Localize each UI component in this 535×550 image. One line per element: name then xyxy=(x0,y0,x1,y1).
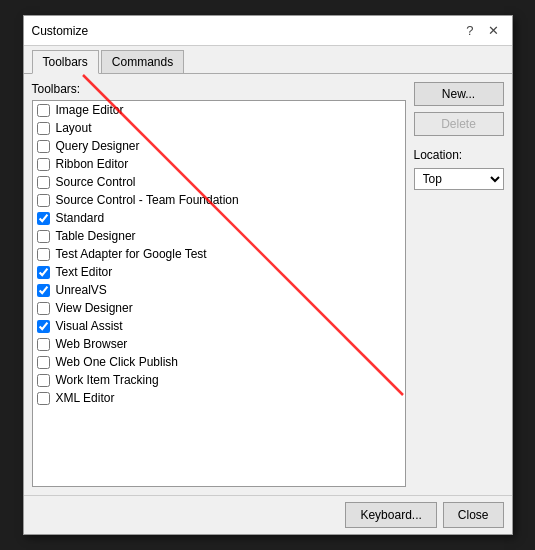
toolbar-item-label: Web One Click Publish xyxy=(56,355,179,369)
toolbar-item-label: Text Editor xyxy=(56,265,113,279)
toolbar-checkbox[interactable] xyxy=(37,392,50,405)
list-item[interactable]: Visual Assist xyxy=(33,317,405,335)
toolbar-list[interactable]: Image EditorLayoutQuery DesignerRibbon E… xyxy=(32,100,406,487)
dialog-footer: Keyboard... Close xyxy=(24,495,512,534)
location-label: Location: xyxy=(414,148,504,162)
toolbar-item-label: Query Designer xyxy=(56,139,140,153)
list-item[interactable]: Image Editor xyxy=(33,101,405,119)
list-item[interactable]: View Designer xyxy=(33,299,405,317)
toolbar-checkbox[interactable] xyxy=(37,194,50,207)
list-item[interactable]: Web Browser xyxy=(33,335,405,353)
toolbar-item-label: Table Designer xyxy=(56,229,136,243)
list-item[interactable]: XML Editor xyxy=(33,389,405,407)
toolbar-item-label: Test Adapter for Google Test xyxy=(56,247,207,261)
toolbar-checkbox[interactable] xyxy=(37,104,50,117)
toolbar-item-label: Standard xyxy=(56,211,105,225)
tab-bar: Toolbars Commands xyxy=(24,46,512,74)
toolbar-item-label: Work Item Tracking xyxy=(56,373,159,387)
right-panel: New... Delete Location: Top Bottom Left … xyxy=(414,82,504,487)
toolbar-checkbox[interactable] xyxy=(37,356,50,369)
toolbar-checkbox[interactable] xyxy=(37,122,50,135)
list-item[interactable]: Query Designer xyxy=(33,137,405,155)
toolbars-label: Toolbars: xyxy=(32,82,406,96)
toolbar-checkbox[interactable] xyxy=(37,374,50,387)
toolbar-item-label: Image Editor xyxy=(56,103,124,117)
toolbar-checkbox[interactable] xyxy=(37,266,50,279)
help-button[interactable]: ? xyxy=(461,22,478,39)
toolbar-item-label: XML Editor xyxy=(56,391,115,405)
tab-commands[interactable]: Commands xyxy=(101,50,184,73)
toolbar-item-label: Visual Assist xyxy=(56,319,123,333)
list-item[interactable]: Table Designer xyxy=(33,227,405,245)
list-item[interactable]: UnrealVS xyxy=(33,281,405,299)
toolbar-item-label: Source Control - Team Foundation xyxy=(56,193,239,207)
list-item[interactable]: Test Adapter for Google Test xyxy=(33,245,405,263)
toolbar-item-label: Web Browser xyxy=(56,337,128,351)
list-item[interactable]: Source Control xyxy=(33,173,405,191)
toolbar-item-label: Source Control xyxy=(56,175,136,189)
toolbar-checkbox[interactable] xyxy=(37,284,50,297)
title-bar: Customize ? ✕ xyxy=(24,16,512,46)
list-item[interactable]: Standard xyxy=(33,209,405,227)
toolbar-checkbox[interactable] xyxy=(37,320,50,333)
toolbars-panel: Toolbars: Image EditorLayoutQuery Design… xyxy=(32,82,406,487)
dialog-title: Customize xyxy=(32,24,89,38)
close-title-button[interactable]: ✕ xyxy=(483,22,504,39)
delete-button[interactable]: Delete xyxy=(414,112,504,136)
list-item[interactable]: Source Control - Team Foundation xyxy=(33,191,405,209)
new-button[interactable]: New... xyxy=(414,82,504,106)
toolbar-item-label: Ribbon Editor xyxy=(56,157,129,171)
toolbar-checkbox[interactable] xyxy=(37,140,50,153)
toolbar-item-label: UnrealVS xyxy=(56,283,107,297)
customize-dialog: Customize ? ✕ Toolbars Commands Toolbars… xyxy=(23,15,513,535)
list-item[interactable]: Web One Click Publish xyxy=(33,353,405,371)
toolbar-checkbox[interactable] xyxy=(37,302,50,315)
toolbar-item-label: Layout xyxy=(56,121,92,135)
toolbar-checkbox[interactable] xyxy=(37,176,50,189)
toolbar-checkbox[interactable] xyxy=(37,158,50,171)
close-button[interactable]: Close xyxy=(443,502,504,528)
toolbar-checkbox[interactable] xyxy=(37,230,50,243)
location-select[interactable]: Top Bottom Left Right xyxy=(414,168,504,190)
tab-toolbars[interactable]: Toolbars xyxy=(32,50,99,74)
list-item[interactable]: Layout xyxy=(33,119,405,137)
list-item[interactable]: Ribbon Editor xyxy=(33,155,405,173)
toolbar-checkbox[interactable] xyxy=(37,248,50,261)
list-item[interactable]: Work Item Tracking xyxy=(33,371,405,389)
keyboard-button[interactable]: Keyboard... xyxy=(345,502,436,528)
list-item[interactable]: Text Editor xyxy=(33,263,405,281)
toolbar-checkbox[interactable] xyxy=(37,212,50,225)
toolbar-checkbox[interactable] xyxy=(37,338,50,351)
toolbar-item-label: View Designer xyxy=(56,301,133,315)
